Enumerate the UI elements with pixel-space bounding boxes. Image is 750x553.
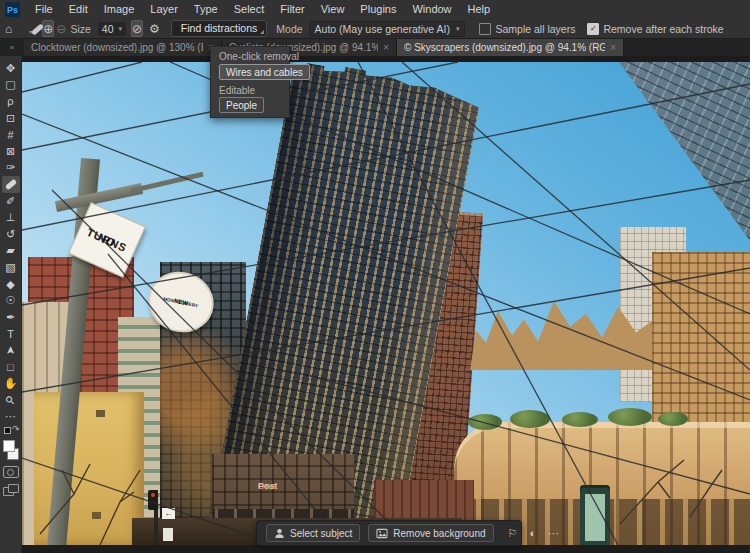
checkbox-label: Sample all layers: [495, 23, 575, 35]
clone-stamp-tool[interactable]: ⊥: [2, 209, 20, 226]
menu-item-plugins[interactable]: Plugins: [352, 0, 404, 19]
checkbox-box: [479, 23, 491, 35]
hand-tool[interactable]: ✋: [2, 375, 20, 392]
remove-background-button[interactable]: Remove background: [368, 524, 493, 542]
frame-tool-icon: ⊠: [6, 145, 15, 158]
quick-mask-button[interactable]: [3, 466, 19, 478]
green-street-kiosk: [580, 485, 610, 545]
document-canvas[interactable]: OnePost NO TURNS NEW MONTGOMERY ←: [22, 62, 750, 545]
brush-angle-button[interactable]: ⊘: [131, 20, 143, 37]
traffic-light-red: [151, 493, 155, 497]
frame-tool[interactable]: ⊠: [2, 143, 20, 160]
find-distractions-button[interactable]: Find distractions: [171, 20, 267, 37]
spot-healing-brush-tool[interactable]: [2, 176, 20, 193]
type-tool[interactable]: T: [2, 326, 20, 343]
roof-greenery: [562, 412, 598, 427]
add-mode-button[interactable]: ⊕: [42, 20, 54, 37]
sample-all-layers-checkbox[interactable]: Sample all layers: [479, 23, 575, 35]
wires-and-cables-option[interactable]: Wires and cables: [219, 64, 310, 80]
tab-title: © Skyscrapers (downsized).jpg @ 94.1% (R…: [404, 42, 605, 53]
menu-item-view[interactable]: View: [313, 0, 353, 19]
options-bar: ⌂ ▾ ⊕ ⊖ Size 40 ▾ ⊘ ⚙ Find distractions …: [0, 19, 750, 39]
chevron-down-icon: ▾: [29, 28, 32, 35]
wire: [22, 62, 142, 92]
brush-size-value: 40: [102, 23, 114, 35]
brush-size-dropdown[interactable]: 40 ▾: [98, 22, 126, 36]
subtract-mode-button[interactable]: ⊖: [56, 21, 66, 36]
roof-greenery: [510, 410, 550, 428]
bandaid-icon: [4, 179, 16, 191]
eraser-tool[interactable]: ▰: [2, 243, 20, 260]
object-selection-tool-icon: ⊡: [6, 112, 15, 125]
crop-tool[interactable]: #: [2, 126, 20, 143]
lasso-tool[interactable]: ρ: [2, 93, 20, 110]
sign-arm-thin: [130, 172, 203, 194]
gradient-tool[interactable]: ▧: [2, 259, 20, 276]
brush-tool[interactable]: ✐: [2, 193, 20, 210]
checkbox-label: Remove after each stroke: [603, 23, 723, 35]
menu-item-edit[interactable]: Edit: [61, 0, 96, 19]
menu-item-window[interactable]: Window: [404, 0, 459, 19]
home-icon[interactable]: ⌂: [0, 23, 17, 35]
close-icon[interactable]: ×: [383, 42, 389, 53]
menu-bar: Ps FileEditImageLayerTypeSelectFilterVie…: [0, 0, 750, 20]
menu-section-label: One-click removal: [219, 51, 299, 62]
default-colors-widget[interactable]: ↷: [2, 425, 20, 437]
menu-item-file[interactable]: File: [27, 0, 61, 19]
roof-greenery: [468, 414, 502, 430]
move-tool-icon: ✥: [6, 62, 15, 75]
onepost-sign-post: Post: [258, 481, 278, 491]
rectangular-marquee-tool-icon: ▢: [5, 78, 15, 91]
mode-label: Mode: [273, 23, 305, 35]
lasso-tool-icon: ρ: [7, 95, 13, 107]
eraser-tool-icon: ▰: [6, 244, 14, 257]
document-tab-3[interactable]: © Skyscrapers (downsized).jpg @ 94.1% (R…: [397, 39, 624, 56]
close-icon[interactable]: ×: [610, 42, 616, 53]
menu-item-image[interactable]: Image: [96, 0, 143, 19]
object-selection-tool[interactable]: ⊡: [2, 110, 20, 127]
edit-toolbar[interactable]: ⋯: [2, 408, 20, 425]
menu-item-layer[interactable]: Layer: [142, 0, 186, 19]
roof-greenery: [608, 408, 652, 426]
pen-tool[interactable]: ✒: [2, 309, 20, 326]
dodge-tool[interactable]: ☉: [2, 292, 20, 309]
roof-greenery: [658, 412, 688, 426]
select-subject-button[interactable]: Select subject: [266, 524, 360, 542]
document-tab-1[interactable]: Clocktower (downsized).jpg @ 130% (Backg…: [24, 39, 222, 56]
default-colors-icon: [4, 427, 11, 434]
screen-mode-button[interactable]: [3, 484, 19, 496]
tab-overflow-chevron[interactable]: »: [0, 39, 24, 56]
menu-item-filter[interactable]: Filter: [272, 0, 312, 19]
menu-item-type[interactable]: Type: [186, 0, 226, 19]
menu-item-select[interactable]: Select: [226, 0, 273, 19]
more-options-icon[interactable]: ⋯: [548, 527, 559, 540]
color-swatches[interactable]: [2, 440, 20, 460]
blur-tool[interactable]: ◆: [2, 276, 20, 293]
rectangle-tool[interactable]: □: [2, 359, 20, 376]
mode-dropdown[interactable]: Auto (May use generative AI) ▾: [309, 21, 466, 37]
path-selection-tool[interactable]: ➤: [2, 342, 20, 359]
zoom-tool[interactable]: ⚲: [2, 392, 20, 409]
foreground-color-swatch[interactable]: [3, 440, 15, 452]
history-brush-tool[interactable]: ↺: [2, 226, 20, 243]
pen-tool-icon: ✒: [6, 311, 15, 324]
hand-tool-icon: ✋: [4, 377, 18, 390]
transform-flag-icon[interactable]: ⚐: [508, 527, 518, 540]
rectangular-marquee-tool[interactable]: ▢: [2, 77, 20, 94]
adjustments-icon[interactable]: ◐: [529, 527, 536, 539]
brush-settings-gear-icon[interactable]: ⚙: [144, 23, 165, 35]
arrow-street-sign: ←: [162, 508, 175, 519]
swap-colors-icon[interactable]: ↷: [12, 424, 20, 434]
brush-tool-icon: ✐: [6, 195, 15, 208]
eyedropper-tool[interactable]: ✑: [2, 160, 20, 177]
move-tool[interactable]: ✥: [2, 60, 20, 77]
person-icon: [274, 528, 285, 539]
menu-section-label: Editable: [219, 85, 255, 96]
type-tool-icon: T: [7, 328, 14, 340]
document-tab-bar: » Clocktower (downsized).jpg @ 130% (Bac…: [0, 39, 750, 56]
remove-after-each-stroke-checkbox[interactable]: ✓ Remove after each stroke: [587, 23, 723, 35]
people-option[interactable]: People: [219, 97, 264, 113]
tools-panel: ✥▢ρ⊡#⊠✑✐⊥↺▰▧◆☉✒T➤□✋⚲⋯↷: [0, 56, 22, 553]
screen-mode-icon: [8, 484, 19, 493]
menu-item-help[interactable]: Help: [460, 0, 499, 19]
